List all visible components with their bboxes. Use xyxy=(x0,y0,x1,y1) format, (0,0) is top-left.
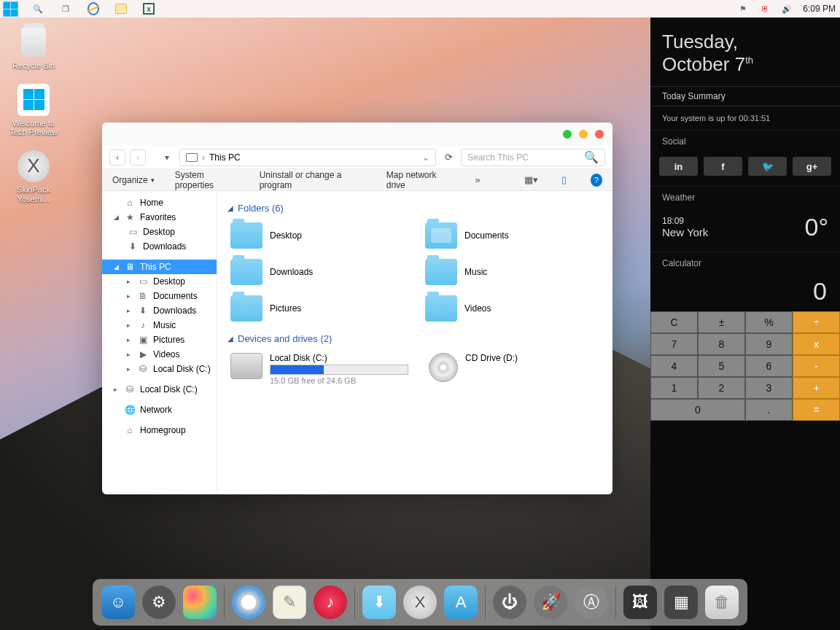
calc-2[interactable]: 2 xyxy=(698,377,745,399)
search-icon[interactable]: 🔍 xyxy=(32,3,44,15)
dock-trash[interactable]: 🗑 xyxy=(705,586,739,619)
social-twitter[interactable]: 🐦 xyxy=(748,157,787,176)
sidebar-item-favorites[interactable]: ◢★Favorites xyxy=(102,210,217,225)
forward-button[interactable]: › xyxy=(130,149,146,166)
more-button[interactable]: » xyxy=(472,174,483,187)
sidebar-item-homegroup[interactable]: ⌂Homegroup xyxy=(102,423,217,438)
calc-decimal[interactable]: . xyxy=(745,399,793,421)
explorer-app-icon[interactable] xyxy=(115,3,127,15)
dock-finder[interactable]: ☺ xyxy=(101,586,135,619)
drives-section-header[interactable]: ◢Devices and drives (2) xyxy=(228,333,602,344)
drive-local-c[interactable]: Local Disk (C:) 15.0 GB free of 24.6 GB xyxy=(228,350,411,388)
calc-4[interactable]: 4 xyxy=(650,355,698,377)
maximize-button[interactable] xyxy=(563,130,572,139)
sidebar-item-pc-music[interactable]: ▸♪Music xyxy=(102,318,217,332)
help-button[interactable]: ? xyxy=(591,174,602,187)
dock-settings[interactable]: ⚙ xyxy=(142,586,176,619)
close-button[interactable] xyxy=(595,130,604,139)
date-widget: Tuesday, October 7th xyxy=(650,18,840,86)
dock-itunes[interactable]: ♪ xyxy=(314,586,347,619)
dock-safari[interactable]: ✶ xyxy=(232,586,265,619)
folder-icon xyxy=(425,259,457,285)
calc-3[interactable]: 3 xyxy=(745,377,793,399)
map-network-button[interactable]: Map network drive xyxy=(386,170,451,190)
search-input[interactable] xyxy=(467,152,584,163)
calc-multiply[interactable]: x xyxy=(793,333,840,355)
clock[interactable]: 6:09 PM xyxy=(803,4,836,14)
sidebar-item-pc-desktop[interactable]: ▸▭Desktop xyxy=(102,274,217,289)
calc-plusminus[interactable]: ± xyxy=(698,311,745,333)
view-options-button[interactable]: ▦▾ xyxy=(524,174,537,187)
system-properties-button[interactable]: System properties xyxy=(175,170,239,190)
up-button[interactable]: ▾ xyxy=(159,149,175,166)
dock-photos[interactable]: 🖼 xyxy=(623,586,657,619)
excel-app-icon[interactable]: x xyxy=(143,3,155,15)
folder-icon xyxy=(230,295,262,322)
sidebar-item-pc-documents[interactable]: ▸🗎Documents xyxy=(102,289,217,303)
dock-yosemite[interactable]: X xyxy=(403,586,437,619)
social-linkedin[interactable]: in xyxy=(659,157,698,176)
uninstall-button[interactable]: Uninstall or change a program xyxy=(260,170,366,190)
calc-1[interactable]: 1 xyxy=(650,377,698,399)
folder-videos[interactable]: Videos xyxy=(422,292,602,324)
drive-cd-d[interactable]: CD Drive (D:) xyxy=(426,350,602,388)
cd-icon xyxy=(429,353,458,382)
dock-power[interactable]: ⏻ xyxy=(493,586,526,619)
dock-mac-appstore[interactable]: A xyxy=(444,586,478,619)
social-gplus[interactable]: g+ xyxy=(793,157,831,176)
breadcrumb[interactable]: › This PC ⌄ xyxy=(179,149,436,166)
refresh-button[interactable]: ⟳ xyxy=(440,149,456,166)
sidebar-item-pc-pictures[interactable]: ▸▣Pictures xyxy=(102,332,217,347)
dock-notes[interactable]: ✎ xyxy=(273,586,306,619)
dock-appstore[interactable]: Ⓐ xyxy=(575,586,608,619)
calc-0[interactable]: 0 xyxy=(650,399,745,421)
social-facebook[interactable]: f xyxy=(704,157,742,176)
calc-9[interactable]: 9 xyxy=(745,333,793,355)
desktop-icon-skinpack[interactable]: X SkinPack Yosemi... xyxy=(6,150,61,203)
folder-music[interactable]: Music xyxy=(422,256,602,288)
calc-plus[interactable]: + xyxy=(793,377,840,399)
tray-shield-icon[interactable]: ⛨ xyxy=(759,3,771,15)
desktop-icon-welcome-preview[interactable]: Welcome to Tech Preview xyxy=(6,84,61,137)
summary-header: Today Summary xyxy=(650,86,840,106)
dock-downloads[interactable]: ⬇ xyxy=(362,586,396,619)
desktop-icon-recycle-bin[interactable]: Recycle Bin xyxy=(6,26,61,71)
dock-mission-control[interactable]: ▦ xyxy=(664,586,698,619)
back-button[interactable]: ‹ xyxy=(109,149,125,166)
organize-menu[interactable]: Organize ▾ xyxy=(112,175,155,185)
folders-section-header[interactable]: ◢Folders (6) xyxy=(228,203,602,214)
sidebar-item-this-pc[interactable]: ◢🖥This PC xyxy=(102,260,217,274)
sidebar-item-home[interactable]: ⌂Home xyxy=(102,195,217,210)
sidebar-item-pc-downloads[interactable]: ▸⬇Downloads xyxy=(102,303,217,318)
sidebar-item-fav-desktop[interactable]: ▭Desktop xyxy=(102,225,217,239)
folder-downloads[interactable]: Downloads xyxy=(228,256,408,288)
search-box[interactable]: 🔍 xyxy=(461,149,605,166)
calc-7[interactable]: 7 xyxy=(650,333,698,355)
folder-pictures[interactable]: Pictures xyxy=(228,292,408,324)
sidebar-item-fav-downloads[interactable]: ⬇Downloads xyxy=(102,239,217,254)
calc-equals[interactable]: = xyxy=(793,399,840,421)
sidebar-item-network[interactable]: 🌐Network xyxy=(102,402,217,417)
dock-game-center[interactable] xyxy=(183,586,217,619)
calc-6[interactable]: 6 xyxy=(745,355,793,377)
sidebar-item-local-c[interactable]: ▸⛁Local Disk (C:) xyxy=(102,382,217,397)
calc-divide[interactable]: ÷ xyxy=(793,311,840,333)
calc-8[interactable]: 8 xyxy=(698,333,745,355)
tray-volume-icon[interactable]: 🔊 xyxy=(781,3,793,15)
preview-pane-button[interactable]: ▯ xyxy=(558,174,569,187)
folder-documents[interactable]: Documents xyxy=(422,219,602,252)
calc-percent[interactable]: % xyxy=(745,311,793,333)
dock-launchpad[interactable]: 🚀 xyxy=(534,586,567,619)
calc-minus[interactable]: - xyxy=(793,355,840,377)
minimize-button[interactable] xyxy=(579,130,588,139)
calc-5[interactable]: 5 xyxy=(698,355,745,377)
sidebar-item-pc-videos[interactable]: ▸▶Videos xyxy=(102,347,217,362)
weather-widget[interactable]: 18:09 New York 0° xyxy=(650,209,840,252)
ie-app-icon[interactable] xyxy=(88,3,99,15)
tray-flag-icon[interactable]: ⚑ xyxy=(737,3,749,15)
calc-clear[interactable]: C xyxy=(650,311,698,333)
folder-desktop[interactable]: Desktop xyxy=(228,219,408,252)
task-view-icon[interactable]: ❐ xyxy=(60,3,71,15)
sidebar-item-pc-local-c[interactable]: ▸⛁Local Disk (C:) xyxy=(102,362,217,376)
start-button[interactable] xyxy=(4,3,16,15)
